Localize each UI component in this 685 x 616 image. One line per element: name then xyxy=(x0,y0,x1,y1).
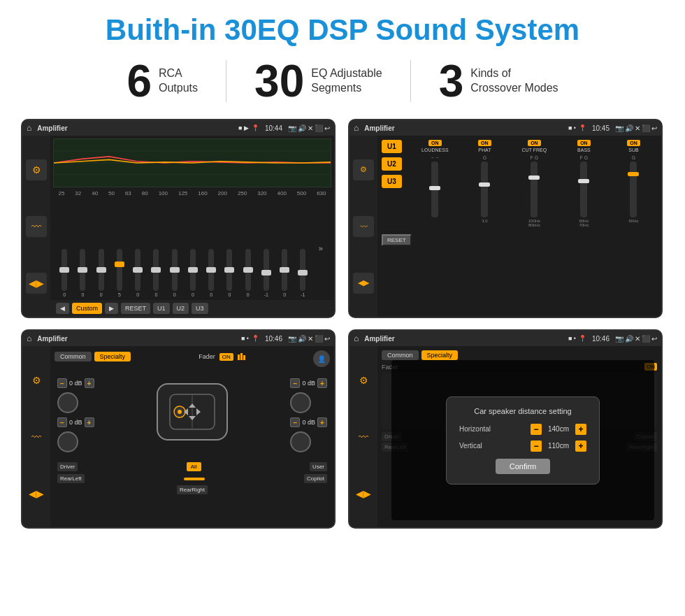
eq-filter-icon[interactable]: ⚙ xyxy=(26,159,47,180)
status-bar-4: ⌂ Amplifier ■ • 📍 10:46 📷 🔊 ✕ ⬛ ↩ xyxy=(349,331,661,346)
cutfreq-slider[interactable] xyxy=(531,162,538,217)
phat-on[interactable]: ON xyxy=(478,140,491,146)
all-btn[interactable]: All xyxy=(187,462,201,471)
eq-slider-3[interactable]: 5 xyxy=(117,249,122,297)
freq-labels: 253240 506380 100125160 200250320 400500… xyxy=(50,190,334,196)
amp-volume-icon[interactable]: ◀▶ xyxy=(353,273,374,294)
amp-sidebar: ⚙ 〰 ◀▶ xyxy=(349,136,377,317)
eq-prev-btn[interactable]: ◀ xyxy=(56,303,69,314)
amp-wave-icon[interactable]: 〰 xyxy=(353,216,374,237)
left-db-controls: − 0 dB + − 0 dB + xyxy=(57,378,94,452)
eq-u1-btn[interactable]: U1 xyxy=(153,303,170,314)
tab-specialty[interactable]: Specialty xyxy=(94,352,131,361)
home-icon-4[interactable]: ⌂ xyxy=(354,334,359,343)
eq-slider-7[interactable]: 0 xyxy=(190,249,196,297)
fader-bar-2 xyxy=(240,353,243,360)
home-icon-3[interactable]: ⌂ xyxy=(27,334,31,343)
stat-crossover-label: Kinds ofCrossover Modes xyxy=(470,66,558,96)
status-bar-3: ⌂ Amplifier ■ • 📍 10:46 📷 🔊 ✕ ⬛ ↩ xyxy=(22,331,334,346)
eq-more-icon[interactable]: » xyxy=(319,244,323,252)
eq-slider-6[interactable]: 0 xyxy=(172,249,178,297)
vertical-minus-btn[interactable]: − xyxy=(531,440,542,452)
bl-minus-btn[interactable]: − xyxy=(57,417,67,427)
fader-slider-vis[interactable] xyxy=(184,478,205,480)
user-label[interactable]: User xyxy=(310,462,327,471)
amp-reset-btn[interactable]: RESET xyxy=(382,234,412,246)
eq-slider-5[interactable]: 0 xyxy=(153,249,159,297)
time-4: 10:46 xyxy=(592,335,610,343)
u2-btn[interactable]: U2 xyxy=(382,157,402,171)
tl-plus-btn[interactable]: + xyxy=(85,378,94,388)
eq-slider-8[interactable]: 0 xyxy=(208,249,214,297)
horizontal-plus-btn[interactable]: + xyxy=(575,424,586,435)
rearleft-label[interactable]: RearLeft xyxy=(57,474,85,483)
eq-slider-11[interactable]: -1 xyxy=(264,249,269,297)
status-bar-2: ⌂ Amplifier ■ • 📍 10:45 📷 🔊 ✕ ⬛ ↩ xyxy=(349,120,661,136)
br-plus-btn[interactable]: + xyxy=(317,417,327,427)
location-icon-4: 📍 xyxy=(579,335,586,342)
common-volume-icon[interactable]: ◀▶ xyxy=(27,484,46,503)
fader-on-badge[interactable]: ON xyxy=(219,353,233,361)
person-icon[interactable]: 👤 xyxy=(313,350,330,367)
tab-common[interactable]: Common xyxy=(55,352,92,361)
vertical-plus-btn[interactable]: + xyxy=(575,440,586,452)
confirm-button[interactable]: Confirm xyxy=(496,459,551,474)
bottom-labels-row2: RearLeft Copilot xyxy=(55,473,330,485)
phat-slider[interactable] xyxy=(481,162,488,217)
eq-slider-9[interactable]: 0 xyxy=(226,249,232,297)
cutfreq-on[interactable]: ON xyxy=(528,140,541,146)
tr-minus-btn[interactable]: − xyxy=(290,378,300,388)
home-icon-2[interactable]: ⌂ xyxy=(354,123,359,133)
bass-slider[interactable] xyxy=(580,162,587,217)
br-minus-btn[interactable]: − xyxy=(290,417,300,427)
eq-slider-1[interactable]: 0 xyxy=(80,249,85,297)
br-db-row: − 0 dB + xyxy=(290,417,327,427)
vertical-label: Vertical xyxy=(459,442,482,450)
tl-minus-btn[interactable]: − xyxy=(57,378,67,388)
eq-slider-2[interactable]: 0 xyxy=(99,249,104,297)
loudness-on[interactable]: ON xyxy=(428,140,442,146)
eq-u2-btn[interactable]: U2 xyxy=(173,303,189,314)
common-wave-icon[interactable]: 〰 xyxy=(27,427,46,447)
common-screen-content: ⚙ 〰 ◀▶ Common Specialty Fader ON xyxy=(22,346,334,527)
eq-play-btn[interactable]: ▶ xyxy=(105,303,118,314)
dialog-title: Car speaker distance setting xyxy=(459,407,586,415)
eq-slider-0[interactable]: 0 xyxy=(62,249,67,297)
eq-slider-4[interactable]: 0 xyxy=(135,249,140,297)
copilot-label[interactable]: Copilot xyxy=(304,474,327,483)
loudness-slider[interactable] xyxy=(431,162,438,217)
tl-db-val: 0 dB xyxy=(69,380,82,387)
eq-custom-btn[interactable]: Custom xyxy=(72,303,102,314)
driver-label[interactable]: Driver xyxy=(57,462,78,471)
eq-slider-10[interactable]: 0 xyxy=(245,249,251,297)
horizontal-value: 140cm xyxy=(545,425,572,433)
eq-slider-13[interactable]: -1 xyxy=(300,249,305,297)
stat-rca-label: RCAOutputs xyxy=(159,66,198,96)
home-icon-1[interactable]: ⌂ xyxy=(27,123,31,133)
sub-on[interactable]: ON xyxy=(627,140,640,146)
u3-btn[interactable]: U3 xyxy=(382,175,402,188)
eq-sliders: 0 0 0 5 xyxy=(50,196,334,300)
horizontal-minus-btn[interactable]: − xyxy=(531,424,542,435)
dialog-wave-icon[interactable]: 〰 xyxy=(354,427,373,447)
eq-volume-icon[interactable]: ◀▶ xyxy=(26,273,47,294)
car-shape xyxy=(150,370,234,461)
eq-reset-btn[interactable]: RESET xyxy=(121,303,150,314)
amp-filter-icon[interactable]: ⚙ xyxy=(353,159,374,180)
tr-plus-btn[interactable]: + xyxy=(317,378,327,388)
sub-slider[interactable] xyxy=(630,162,637,217)
dialog-volume-icon[interactable]: ◀▶ xyxy=(354,484,373,503)
app-name-3: Amplifier xyxy=(37,335,238,343)
eq-u3-btn[interactable]: U3 xyxy=(192,303,208,314)
eq-slider-12[interactable]: 0 xyxy=(282,249,287,297)
bl-plus-btn[interactable]: + xyxy=(85,417,94,427)
stat-crossover: 3 Kinds ofCrossover Modes xyxy=(411,59,586,103)
dialog-overlay: Car speaker distance setting Horizontal … xyxy=(391,360,654,520)
bass-on[interactable]: ON xyxy=(577,140,591,146)
eq-wave-icon[interactable]: 〰 xyxy=(26,216,47,237)
dialog-bg-tabs: Common Specialty xyxy=(382,350,657,360)
dialog-filter-icon[interactable]: ⚙ xyxy=(354,371,373,390)
u1-btn[interactable]: U1 xyxy=(382,140,402,153)
rearright-label[interactable]: RearRight xyxy=(177,485,208,494)
common-filter-icon[interactable]: ⚙ xyxy=(27,371,46,390)
